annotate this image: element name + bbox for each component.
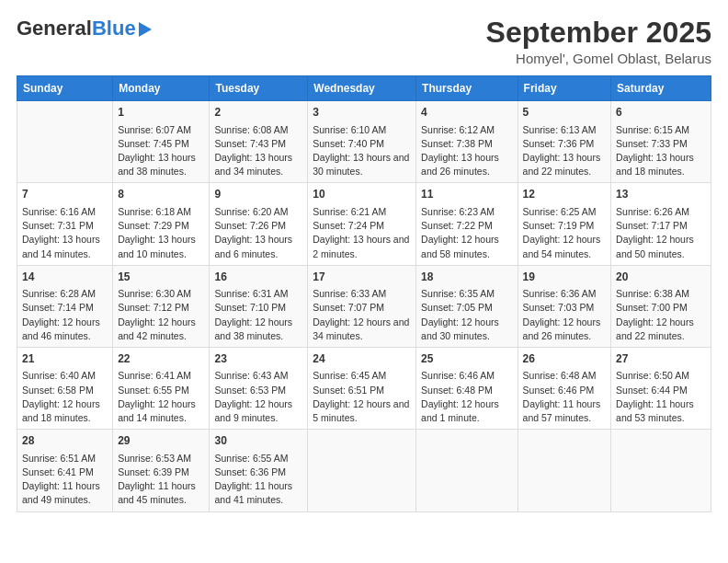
- cell-info: Sunrise: 6:31 AMSunset: 7:10 PMDaylight:…: [214, 287, 302, 343]
- calendar-cell: 4Sunrise: 6:12 AMSunset: 7:38 PMDaylight…: [416, 101, 518, 183]
- cell-info: Sunrise: 6:16 AMSunset: 7:31 PMDaylight:…: [22, 205, 108, 261]
- day-number: 1: [118, 105, 204, 121]
- calendar-cell: 10Sunrise: 6:21 AMSunset: 7:24 PMDayligh…: [308, 183, 416, 265]
- cell-info: Sunrise: 6:35 AMSunset: 7:05 PMDaylight:…: [421, 287, 512, 343]
- calendar-week-3: 14Sunrise: 6:28 AMSunset: 7:14 PMDayligh…: [17, 265, 711, 347]
- col-thursday: Thursday: [416, 76, 518, 101]
- cell-info: Sunrise: 6:40 AMSunset: 6:58 PMDaylight:…: [22, 369, 108, 425]
- calendar-cell: 11Sunrise: 6:23 AMSunset: 7:22 PMDayligh…: [416, 183, 518, 265]
- cell-info: Sunrise: 6:43 AMSunset: 6:53 PMDaylight:…: [214, 369, 302, 425]
- calendar-cell: [308, 430, 416, 511]
- calendar-table: Sunday Monday Tuesday Wednesday Thursday…: [17, 75, 711, 511]
- calendar-cell: [518, 430, 611, 511]
- calendar-cell: 13Sunrise: 6:26 AMSunset: 7:17 PMDayligh…: [611, 183, 711, 265]
- page-subtitle: Homyel', Gomel Oblast, Belarus: [486, 51, 711, 66]
- day-number: 22: [118, 351, 204, 367]
- cell-info: Sunrise: 6:51 AMSunset: 6:41 PMDaylight:…: [22, 452, 108, 508]
- calendar-cell: 20Sunrise: 6:38 AMSunset: 7:00 PMDayligh…: [611, 265, 711, 347]
- day-number: 29: [118, 433, 204, 449]
- calendar-cell: [611, 430, 711, 511]
- cell-info: Sunrise: 6:28 AMSunset: 7:14 PMDaylight:…: [22, 287, 108, 343]
- day-number: 14: [22, 270, 108, 285]
- cell-info: Sunrise: 6:50 AMSunset: 6:44 PMDaylight:…: [616, 369, 706, 425]
- day-number: 23: [214, 351, 302, 367]
- day-number: 6: [616, 105, 706, 121]
- calendar-cell: 21Sunrise: 6:40 AMSunset: 6:58 PMDayligh…: [17, 347, 113, 429]
- logo-arrow-icon: [139, 22, 152, 37]
- calendar-week-1: 1Sunrise: 6:07 AMSunset: 7:45 PMDaylight…: [17, 101, 711, 183]
- day-number: 17: [313, 270, 411, 285]
- day-number: 10: [313, 187, 411, 202]
- calendar-cell: 19Sunrise: 6:36 AMSunset: 7:03 PMDayligh…: [518, 265, 611, 347]
- calendar-cell: 30Sunrise: 6:55 AMSunset: 6:36 PMDayligh…: [210, 430, 308, 511]
- cell-info: Sunrise: 6:10 AMSunset: 7:40 PMDaylight:…: [313, 123, 411, 179]
- day-number: 11: [421, 187, 512, 202]
- day-number: 20: [616, 270, 706, 285]
- cell-info: Sunrise: 6:41 AMSunset: 6:55 PMDaylight:…: [118, 369, 204, 425]
- cell-info: Sunrise: 6:33 AMSunset: 7:07 PMDaylight:…: [313, 287, 411, 343]
- cell-info: Sunrise: 6:38 AMSunset: 7:00 PMDaylight:…: [616, 287, 706, 343]
- calendar-cell: 12Sunrise: 6:25 AMSunset: 7:19 PMDayligh…: [518, 183, 611, 265]
- calendar-cell: [17, 101, 113, 183]
- cell-info: Sunrise: 6:45 AMSunset: 6:51 PMDaylight:…: [313, 369, 411, 425]
- calendar-cell: 7Sunrise: 6:16 AMSunset: 7:31 PMDaylight…: [17, 183, 113, 265]
- calendar-cell: 26Sunrise: 6:48 AMSunset: 6:46 PMDayligh…: [518, 347, 611, 429]
- col-saturday: Saturday: [611, 76, 711, 101]
- day-number: 25: [421, 351, 512, 367]
- day-number: 18: [421, 270, 512, 285]
- calendar-cell: 25Sunrise: 6:46 AMSunset: 6:48 PMDayligh…: [416, 347, 518, 429]
- calendar-cell: 6Sunrise: 6:15 AMSunset: 7:33 PMDaylight…: [611, 101, 711, 183]
- calendar-cell: 8Sunrise: 6:18 AMSunset: 7:29 PMDaylight…: [113, 183, 210, 265]
- cell-info: Sunrise: 6:46 AMSunset: 6:48 PMDaylight:…: [421, 369, 512, 425]
- cell-info: Sunrise: 6:20 AMSunset: 7:26 PMDaylight:…: [214, 205, 302, 261]
- calendar-cell: 14Sunrise: 6:28 AMSunset: 7:14 PMDayligh…: [17, 265, 113, 347]
- col-monday: Monday: [113, 76, 210, 101]
- cell-info: Sunrise: 6:21 AMSunset: 7:24 PMDaylight:…: [313, 205, 411, 261]
- calendar-cell: 5Sunrise: 6:13 AMSunset: 7:36 PMDaylight…: [518, 101, 611, 183]
- cell-info: Sunrise: 6:36 AMSunset: 7:03 PMDaylight:…: [523, 287, 607, 343]
- calendar-cell: 24Sunrise: 6:45 AMSunset: 6:51 PMDayligh…: [308, 347, 416, 429]
- day-number: 2: [214, 105, 302, 121]
- day-number: 24: [313, 351, 411, 367]
- header-row: Sunday Monday Tuesday Wednesday Thursday…: [17, 76, 711, 101]
- day-number: 21: [22, 351, 108, 367]
- day-number: 3: [313, 105, 411, 121]
- calendar-cell: 22Sunrise: 6:41 AMSunset: 6:55 PMDayligh…: [113, 347, 210, 429]
- calendar-body: 1Sunrise: 6:07 AMSunset: 7:45 PMDaylight…: [17, 101, 711, 511]
- cell-info: Sunrise: 6:55 AMSunset: 6:36 PMDaylight:…: [214, 452, 302, 508]
- day-number: 7: [22, 187, 108, 202]
- calendar-cell: 28Sunrise: 6:51 AMSunset: 6:41 PMDayligh…: [17, 430, 113, 511]
- calendar-cell: 23Sunrise: 6:43 AMSunset: 6:53 PMDayligh…: [210, 347, 308, 429]
- day-number: 5: [523, 105, 607, 121]
- logo: General Blue: [17, 17, 152, 40]
- day-number: 8: [118, 187, 204, 202]
- day-number: 27: [616, 351, 706, 367]
- calendar-cell: 27Sunrise: 6:50 AMSunset: 6:44 PMDayligh…: [611, 347, 711, 429]
- calendar-cell: 2Sunrise: 6:08 AMSunset: 7:43 PMDaylight…: [210, 101, 308, 183]
- cell-info: Sunrise: 6:08 AMSunset: 7:43 PMDaylight:…: [214, 123, 302, 179]
- col-wednesday: Wednesday: [308, 76, 416, 101]
- cell-info: Sunrise: 6:23 AMSunset: 7:22 PMDaylight:…: [421, 205, 512, 261]
- page-title: September 2025: [486, 17, 711, 49]
- day-number: 13: [616, 187, 706, 202]
- cell-info: Sunrise: 6:26 AMSunset: 7:17 PMDaylight:…: [616, 205, 706, 261]
- calendar-week-4: 21Sunrise: 6:40 AMSunset: 6:58 PMDayligh…: [17, 347, 711, 429]
- col-friday: Friday: [518, 76, 611, 101]
- cell-info: Sunrise: 6:25 AMSunset: 7:19 PMDaylight:…: [523, 205, 607, 261]
- day-number: 30: [214, 433, 302, 449]
- calendar-cell: 1Sunrise: 6:07 AMSunset: 7:45 PMDaylight…: [113, 101, 210, 183]
- calendar-cell: 15Sunrise: 6:30 AMSunset: 7:12 PMDayligh…: [113, 265, 210, 347]
- day-number: 19: [523, 270, 607, 285]
- cell-info: Sunrise: 6:15 AMSunset: 7:33 PMDaylight:…: [616, 123, 706, 179]
- cell-info: Sunrise: 6:12 AMSunset: 7:38 PMDaylight:…: [421, 123, 512, 179]
- cell-info: Sunrise: 6:07 AMSunset: 7:45 PMDaylight:…: [118, 123, 204, 179]
- day-number: 4: [421, 105, 512, 121]
- day-number: 26: [523, 351, 607, 367]
- calendar-cell: 3Sunrise: 6:10 AMSunset: 7:40 PMDaylight…: [308, 101, 416, 183]
- calendar-week-5: 28Sunrise: 6:51 AMSunset: 6:41 PMDayligh…: [17, 430, 711, 511]
- calendar-cell: 16Sunrise: 6:31 AMSunset: 7:10 PMDayligh…: [210, 265, 308, 347]
- calendar-cell: 9Sunrise: 6:20 AMSunset: 7:26 PMDaylight…: [210, 183, 308, 265]
- cell-info: Sunrise: 6:30 AMSunset: 7:12 PMDaylight:…: [118, 287, 204, 343]
- header: General Blue September 2025 Homyel', Gom…: [17, 17, 711, 66]
- calendar-cell: 17Sunrise: 6:33 AMSunset: 7:07 PMDayligh…: [308, 265, 416, 347]
